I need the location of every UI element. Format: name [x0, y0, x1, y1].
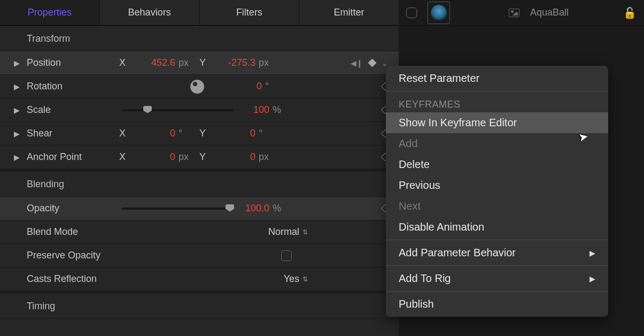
position-x-unit: px — [179, 57, 192, 68]
menu-divider — [386, 291, 608, 292]
menu-reset-parameter[interactable]: Reset Parameter — [386, 68, 608, 89]
anchor-y-unit: px — [259, 151, 273, 163]
param-position-label: Position — [27, 57, 112, 68]
layer-thumbnail[interactable] — [428, 2, 450, 24]
param-opacity-label: Opacity — [27, 203, 112, 214]
image-icon — [509, 9, 519, 17]
param-shear-row[interactable]: ▶ Shear X 0 ° Y 0 ° — [0, 122, 399, 146]
animation-context-menu: Reset Parameter KEYFRAMES Show In Keyfra… — [386, 66, 608, 317]
tab-behaviors[interactable]: Behaviors — [100, 0, 200, 25]
position-x-value[interactable]: 452.6 — [133, 57, 175, 68]
disclosure-icon[interactable]: ▶ — [14, 129, 21, 138]
section-transform-header: Transform — [0, 26, 399, 51]
param-preserve-opacity-row[interactable]: Preserve Opacity — [0, 244, 399, 268]
casts-reflection-select[interactable]: Yes ⇅ — [284, 273, 399, 285]
anchor-x-unit: px — [179, 151, 192, 163]
disclosure-icon[interactable]: ▶ — [14, 82, 21, 91]
param-anchor-label: Anchor Point — [27, 151, 112, 163]
shear-y-value[interactable]: 0 — [213, 128, 255, 139]
menu-add-parameter-behavior-label: Add Parameter Behavior — [399, 247, 516, 259]
anchor-y-value[interactable]: 0 — [213, 151, 255, 163]
layer-name[interactable]: AquaBall — [530, 7, 569, 18]
axis-x-label: X — [117, 151, 128, 163]
scale-unit: % — [273, 104, 286, 116]
menu-previous-keyframe[interactable]: Previous — [386, 175, 608, 196]
menu-next-keyframe: Next — [386, 196, 608, 217]
section-timing-header: Timing — [0, 293, 399, 319]
blendmode-value: Normal — [268, 226, 299, 238]
menu-disable-animation[interactable]: Disable Animation — [386, 217, 608, 238]
shear-x-value[interactable]: 0 — [133, 128, 175, 139]
param-blendmode-label: Blend Mode — [27, 226, 112, 238]
layer-row[interactable]: AquaBall 🔓 — [399, 0, 644, 26]
param-opacity-row[interactable]: Opacity 100.0 % — [0, 197, 399, 220]
param-casts-reflection-label: Casts Reflection — [27, 273, 134, 285]
scale-value[interactable]: 100 — [238, 104, 269, 116]
casts-reflection-value: Yes — [284, 273, 299, 285]
shear-x-unit: ° — [179, 128, 192, 139]
scale-slider[interactable] — [122, 109, 234, 111]
param-casts-reflection-row[interactable]: Casts Reflection Yes ⇅ — [0, 268, 399, 291]
menu-keyframes-header: KEYFRAMES — [386, 94, 608, 112]
param-position-row[interactable]: ▶ Position X 452.6 px Y -275.3 px ◀❙ ⌄ — [0, 51, 399, 75]
opacity-unit: % — [273, 203, 286, 214]
menu-delete-keyframe[interactable]: Delete — [386, 154, 608, 175]
opacity-slider[interactable] — [122, 208, 234, 210]
menu-add-to-rig-label: Add To Rig — [399, 272, 451, 285]
menu-add-keyframe: Add — [386, 133, 608, 154]
rotation-dial[interactable] — [190, 80, 204, 94]
submenu-arrow-icon: ▶ — [589, 274, 595, 283]
param-anchor-row[interactable]: ▶ Anchor Point X 0 px Y 0 px — [0, 146, 399, 169]
prev-keyframe-icon[interactable]: ◀❙ — [351, 59, 363, 67]
shear-y-unit: ° — [259, 128, 273, 139]
param-blendmode-row[interactable]: Blend Mode Normal ⇅ — [0, 220, 399, 244]
inspector-tabs: Properties Behaviors Filters Emitter — [0, 0, 399, 26]
tab-filters[interactable]: Filters — [200, 0, 300, 25]
menu-divider — [386, 265, 608, 266]
param-scale-row[interactable]: ▶ Scale 100 % — [0, 98, 399, 122]
menu-add-to-rig[interactable]: Add To Rig ▶ — [386, 268, 608, 289]
stepper-icon: ⇅ — [302, 229, 308, 235]
param-shear-label: Shear — [27, 128, 112, 139]
lock-icon[interactable]: 🔓 — [623, 6, 637, 19]
position-y-unit: px — [259, 57, 273, 68]
tab-emitter[interactable]: Emitter — [299, 0, 399, 25]
disclosure-icon[interactable]: ▶ — [14, 153, 21, 162]
disclosure-icon[interactable]: ▶ — [14, 59, 21, 67]
axis-x-label: X — [117, 57, 128, 68]
submenu-arrow-icon: ▶ — [589, 249, 595, 257]
position-y-value[interactable]: -275.3 — [213, 57, 255, 68]
stepper-icon: ⇅ — [302, 276, 308, 282]
section-blending-header: Blending — [0, 171, 399, 197]
axis-y-label: Y — [197, 57, 208, 68]
menu-add-parameter-behavior[interactable]: Add Parameter Behavior ▶ — [386, 242, 608, 263]
menu-divider — [386, 91, 608, 91]
param-scale-label: Scale — [27, 104, 112, 116]
menu-publish[interactable]: Publish — [386, 294, 608, 315]
keyframe-diamond-icon[interactable] — [368, 59, 377, 67]
blendmode-select[interactable]: Normal ⇅ — [268, 226, 399, 238]
anchor-x-value[interactable]: 0 — [133, 151, 175, 163]
menu-show-in-keyframe-editor[interactable]: Show In Keyframe Editor — [386, 112, 608, 133]
preserve-opacity-checkbox[interactable] — [281, 250, 292, 261]
opacity-value[interactable]: 100.0 — [238, 203, 269, 214]
param-preserve-opacity-label: Preserve Opacity — [27, 250, 166, 261]
axis-x-label: X — [117, 128, 128, 139]
axis-y-label: Y — [197, 128, 208, 139]
tab-properties[interactable]: Properties — [0, 0, 100, 25]
param-rotation-label: Rotation — [27, 81, 112, 92]
animation-menu-chevron-icon[interactable]: ⌄ — [382, 59, 388, 67]
layer-visibility-checkbox[interactable] — [406, 7, 417, 18]
menu-divider — [386, 240, 608, 240]
param-rotation-row[interactable]: ▶ Rotation 0 ° — [0, 75, 399, 98]
axis-y-label: Y — [197, 151, 208, 163]
rotation-unit: ° — [265, 81, 279, 92]
inspector-panel: Properties Behaviors Filters Emitter Tra… — [0, 0, 399, 336]
rotation-value[interactable]: 0 — [208, 81, 262, 92]
disclosure-icon[interactable]: ▶ — [14, 106, 21, 114]
